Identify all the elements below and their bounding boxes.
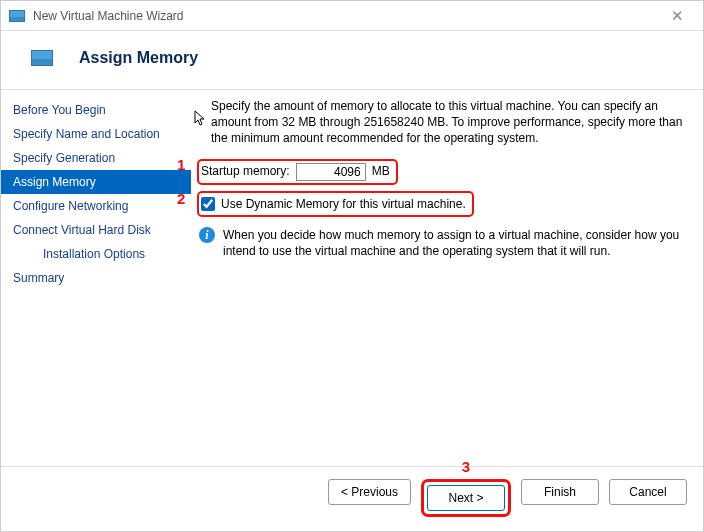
step-connect-vhd[interactable]: Connect Virtual Hard Disk <box>1 218 191 242</box>
monitor-icon <box>31 50 53 66</box>
startup-memory-unit: MB <box>372 163 390 179</box>
next-button[interactable]: Next > <box>427 485 505 511</box>
startup-memory-row-highlight: Startup memory: MB <box>197 159 398 185</box>
finish-button[interactable]: Finish <box>521 479 599 505</box>
callout-1: 1 <box>177 155 185 175</box>
body: Before You Begin Specify Name and Locati… <box>1 89 703 466</box>
cancel-button[interactable]: Cancel <box>609 479 687 505</box>
step-configure-networking[interactable]: Configure Networking <box>1 194 191 218</box>
step-assign-memory[interactable]: Assign Memory <box>1 170 191 194</box>
step-summary[interactable]: Summary <box>1 266 191 290</box>
content-panel: Specify the amount of memory to allocate… <box>191 90 703 466</box>
dynamic-memory-label: Use Dynamic Memory for this virtual mach… <box>221 196 466 212</box>
step-specify-name[interactable]: Specify Name and Location <box>1 122 191 146</box>
step-installation-options[interactable]: Installation Options <box>1 242 191 266</box>
startup-memory-label: Startup memory: <box>201 163 290 179</box>
step-before-you-begin[interactable]: Before You Begin <box>1 98 191 122</box>
step-specify-generation[interactable]: Specify Generation <box>1 146 191 170</box>
window-title: New Virtual Machine Wizard <box>33 9 659 23</box>
startup-memory-input[interactable] <box>296 163 366 181</box>
dynamic-memory-row-highlight: Use Dynamic Memory for this virtual mach… <box>197 191 474 217</box>
intro-text-span: Specify the amount of memory to allocate… <box>211 99 682 145</box>
header: Assign Memory <box>1 31 703 89</box>
page-title: Assign Memory <box>79 49 198 67</box>
next-button-highlight: 3 Next > <box>421 479 511 517</box>
wizard-window: New Virtual Machine Wizard ✕ Assign Memo… <box>0 0 704 532</box>
info-row: i When you decide how much memory to ass… <box>197 227 685 259</box>
titlebar: New Virtual Machine Wizard ✕ <box>1 1 703 31</box>
callout-2: 2 <box>177 189 185 209</box>
info-icon: i <box>199 227 215 243</box>
dynamic-memory-checkbox[interactable] <box>201 197 215 211</box>
footer: < Previous 3 Next > Finish Cancel <box>1 466 703 531</box>
cursor-icon <box>193 110 207 128</box>
previous-button[interactable]: < Previous <box>328 479 411 505</box>
intro-text: Specify the amount of memory to allocate… <box>197 98 685 147</box>
callout-3: 3 <box>462 458 470 475</box>
close-icon[interactable]: ✕ <box>659 7 695 25</box>
wizard-steps: Before You Begin Specify Name and Locati… <box>1 90 191 466</box>
app-icon <box>9 10 25 22</box>
info-text: When you decide how much memory to assig… <box>223 227 685 259</box>
